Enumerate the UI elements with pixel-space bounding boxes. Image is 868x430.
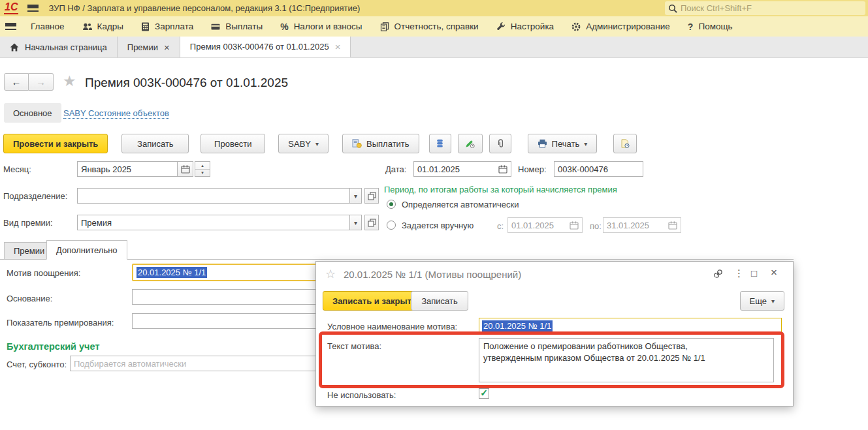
radio-manual-label[interactable]: Задается вручную: [402, 221, 474, 230]
favorite-star-icon[interactable]: ★: [63, 72, 76, 90]
bonus-type-label: Вид премии:: [3, 218, 53, 228]
menu-item-nastroyka[interactable]: Настройка: [496, 22, 554, 31]
bonus-type-dropdown-button[interactable]: ▾: [349, 215, 362, 230]
menu-item-glavnoe[interactable]: Главное: [31, 22, 65, 31]
from-label: с:: [497, 221, 504, 231]
pay-button[interactable]: Выплатить: [342, 134, 419, 153]
close-icon[interactable]: ×: [771, 266, 777, 279]
calculator-icon: [141, 22, 150, 31]
sections-panel-icon[interactable]: [5, 23, 16, 30]
spin-up-icon[interactable]: ▴: [195, 162, 210, 170]
dialog-more-button[interactable]: Еще ▾: [740, 291, 784, 311]
month-input[interactable]: Январь 2025: [77, 161, 178, 177]
number-input[interactable]: 003К-000476: [554, 161, 643, 177]
calendar-icon: [570, 221, 579, 230]
radio-auto[interactable]: [387, 200, 396, 209]
open-in-new-icon: [368, 219, 376, 227]
saby-menu-button[interactable]: SABY ▾: [278, 134, 329, 153]
print-button[interactable]: Печать ▾: [528, 134, 598, 153]
main-menu-icon[interactable]: [27, 5, 39, 12]
close-icon[interactable]: ×: [164, 42, 170, 53]
percent-icon: %: [280, 22, 288, 32]
reports-icon: [380, 22, 389, 31]
chevron-down-icon: ▾: [584, 140, 587, 147]
database-icon: [436, 139, 444, 148]
chevron-down-icon: ▾: [315, 140, 319, 147]
department-input[interactable]: [77, 188, 350, 204]
selected-text: 20.01.2025 № 1/1: [482, 320, 553, 331]
detail-tab-dopolnitelno[interactable]: Дополнительно: [46, 240, 127, 260]
bonus-type-open-button[interactable]: [364, 215, 379, 230]
page-title: Премия 003К-000476 от 01.01.2025: [85, 76, 288, 90]
tab-home[interactable]: Начальная страница: [0, 37, 118, 57]
maximize-icon[interactable]: □: [751, 268, 757, 279]
indicator-label: Показатель премирования:: [7, 318, 114, 328]
bonus-type-input[interactable]: Премия: [77, 215, 350, 230]
menu-item-zarplata[interactable]: Зарплата: [141, 22, 193, 31]
app-title: ЗУП НФ / Зарплата и управление персонало…: [48, 3, 360, 13]
close-icon[interactable]: ×: [335, 41, 341, 52]
chevron-down-icon: ▾: [354, 219, 357, 226]
menu-item-otchetnost[interactable]: Отчетность, справки: [380, 22, 479, 31]
link-icon[interactable]: [713, 269, 723, 279]
from-input[interactable]: 01.01.2025: [507, 217, 583, 233]
motive-label: Мотив поощрения:: [7, 268, 80, 278]
pay-document-icon: [352, 139, 362, 148]
post-and-close-button[interactable]: Провести и закрыть: [3, 134, 108, 153]
menu-item-vyplaty[interactable]: Выплаты: [211, 22, 263, 31]
wrench-icon: [496, 22, 506, 31]
spin-down-icon[interactable]: ▾: [195, 170, 210, 177]
radio-manual[interactable]: [387, 221, 396, 230]
calendar-icon[interactable]: [498, 165, 507, 174]
department-dropdown-button[interactable]: ▾: [349, 188, 362, 204]
favorite-star-icon[interactable]: ☆: [325, 267, 336, 281]
tab-osnovnoe[interactable]: Основное: [4, 103, 61, 123]
number-label: Номер:: [518, 164, 547, 174]
menu-item-administrirovanie[interactable]: Администрирование: [571, 22, 670, 31]
dialog-unused-checkbox[interactable]: ✓: [479, 388, 489, 399]
radio-auto-label[interactable]: Определяется автоматически: [402, 200, 519, 209]
document-toolbar: Провести и закрыть Записать Провести SAB…: [3, 134, 637, 153]
card-icon: [211, 22, 220, 31]
date-label: Дата:: [385, 164, 406, 174]
dialog-text-input[interactable]: Положение о премировании работников Обще…: [479, 338, 774, 382]
post-button[interactable]: Провести: [201, 134, 265, 153]
pencil-clock-icon: [465, 139, 475, 148]
paperclip-icon: [496, 139, 505, 148]
basis-label: Основание:: [7, 294, 52, 303]
accounting-section-header: Бухгалтерский учет: [7, 341, 100, 352]
dialog-save-button[interactable]: Записать: [411, 291, 468, 311]
to-input[interactable]: 31.01.2025: [603, 217, 681, 233]
saby-state-link[interactable]: SABY Состояние объектов: [63, 108, 169, 119]
people-icon: [82, 22, 92, 31]
to-label: по:: [590, 221, 602, 231]
tab-premii[interactable]: Премии ×: [118, 37, 180, 57]
scheduled-document-button[interactable]: [613, 134, 637, 153]
attachments-button[interactable]: [489, 134, 511, 153]
tab-premiya-document[interactable]: Премия 003К-000476 от 01.01.2025 ×: [180, 37, 351, 57]
search-icon: [668, 4, 677, 13]
menu-item-kadry[interactable]: Кадры: [82, 22, 123, 31]
back-button[interactable]: ←: [4, 73, 29, 91]
more-menu-icon[interactable]: ⋮: [734, 268, 744, 279]
check-icon: ✓: [480, 388, 488, 397]
forward-button[interactable]: →: [29, 73, 54, 91]
menu-item-nalogi[interactable]: % Налоги и взносы: [280, 22, 362, 32]
menu-item-pomosch[interactable]: ? Помощь: [688, 22, 733, 32]
history-nav: ← →: [4, 73, 54, 91]
month-calendar-button[interactable]: [177, 161, 193, 177]
dialog-title: 20.01.2025 № 1/1 (Мотивы поощрений): [344, 269, 521, 280]
department-open-button[interactable]: [364, 188, 379, 204]
calendar-icon: [668, 221, 677, 230]
save-button[interactable]: Записать: [121, 134, 189, 153]
app-window: 1С ЗУП НФ / Зарплата и управление персон…: [0, 0, 868, 430]
global-search[interactable]: [665, 1, 865, 15]
search-input[interactable]: [681, 3, 862, 13]
dialog-unused-label: Не использовать:: [327, 390, 396, 400]
month-stepper[interactable]: ▴ ▾: [195, 161, 210, 177]
document-clock-icon: [620, 139, 630, 148]
dialog-name-input[interactable]: 20.01.2025 № 1/1: [479, 318, 782, 334]
register-records-button[interactable]: [429, 134, 451, 153]
date-input[interactable]: 01.01.2025: [413, 161, 511, 177]
edit-comment-button[interactable]: [458, 134, 483, 153]
